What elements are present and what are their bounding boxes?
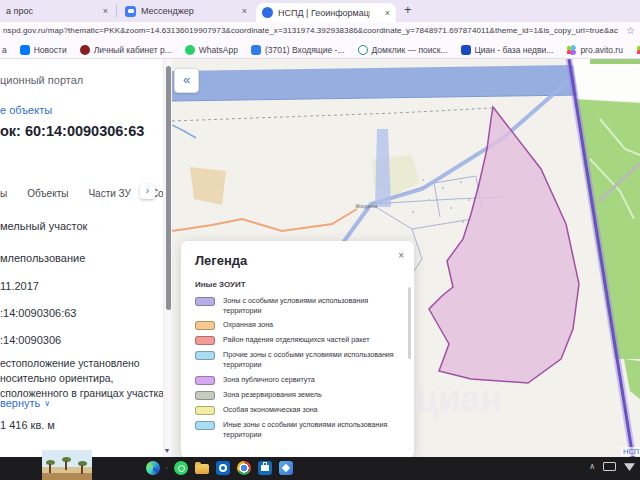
legend-item: Зона резервирования земель [195, 390, 402, 400]
scrollbar-thumb[interactable] [166, 66, 171, 310]
bookmark-cut[interactable]: а [2, 45, 7, 55]
legend-scrollbar[interactable] [408, 287, 411, 359]
bookmark-inbox[interactable]: (3701) Входящие -... [251, 45, 345, 55]
browser-tab-bar: а прос × Мессенджер × НСПД | Геоинформац… [0, 0, 640, 22]
file-explorer-icon[interactable] [195, 464, 209, 474]
edge-icon[interactable] [146, 461, 160, 475]
legend-item: Охранная зона [195, 320, 402, 330]
close-icon[interactable]: × [385, 8, 390, 18]
field-tan [190, 167, 226, 205]
legend-item: Зоны с особыми условиями использования т… [195, 296, 402, 315]
domclick-icon [358, 45, 368, 55]
legend-item: Прочие зоны с особыми условиями использо… [195, 350, 402, 369]
tab-1[interactable]: а прос × [0, 0, 114, 22]
whatsapp-icon [185, 45, 195, 55]
taskbar-wallpaper-widget[interactable] [42, 450, 92, 480]
photos-icon[interactable] [279, 461, 293, 475]
selected-zone-polygon[interactable] [429, 107, 579, 383]
tab-2[interactable]: Мессенджер × [119, 0, 253, 22]
field-parcel-type: мельный участок [0, 220, 87, 232]
location-note: естоположение установлено носительно ори… [0, 356, 167, 401]
cian-icon [461, 45, 471, 55]
bookmark-cian[interactable]: Циан - база недви... [461, 45, 554, 55]
mail-icon [251, 45, 261, 55]
bookmark-avito[interactable]: Авито: недвижимо... [636, 45, 640, 55]
map-white-area [572, 59, 640, 101]
legend-swatch [195, 321, 215, 330]
bookmark-domclick[interactable]: Домклик — поиск... [358, 45, 448, 55]
legend-item: Иные зоны с особыми условиями использова… [195, 420, 402, 439]
forest-patch [624, 359, 640, 399]
legend-swatch [195, 351, 215, 360]
tab-title: НСПД | Геоинформационный [278, 8, 370, 18]
legend-item: Зона публичного сервитута [195, 375, 402, 385]
sidebar-scrollbar[interactable]: ▾ [163, 59, 172, 458]
legend-panel: Легенда × Иные ЗОУИТ Зоны с особыми усло… [181, 241, 414, 458]
bookmark-star-icon[interactable]: ☆ [626, 25, 635, 36]
legend-section-title: Иные ЗОУИТ [195, 280, 402, 289]
whatsapp-icon[interactable] [174, 461, 188, 475]
orange-road [172, 209, 357, 231]
tab-parcel-parts[interactable]: Части ЗУ [88, 188, 130, 199]
wifi-icon[interactable] [624, 462, 635, 471]
store-icon[interactable] [258, 461, 272, 475]
chrome-icon[interactable] [237, 461, 251, 475]
scroll-down-arrow-icon[interactable]: ▾ [165, 446, 169, 455]
avito-icon [566, 45, 576, 55]
bookmark-whatsapp[interactable]: WhatsApp [185, 45, 238, 55]
field-cadastral-quarter: :14:0090306 [0, 334, 61, 346]
bookmark-vk-news[interactable]: Новости [20, 45, 67, 55]
bookmarks-bar: а Новости Личный кабинет р... WhatsApp (… [0, 41, 640, 59]
legend-item: Особая экономическая зона [195, 405, 402, 415]
url-input[interactable]: nspd.gov.ru/map?thematic=PKK&zoom=14.631… [3, 26, 618, 35]
tab-title: а прос [6, 6, 33, 16]
tab-cut[interactable]: ы [0, 188, 7, 199]
cabinet-icon [80, 45, 90, 55]
vk-icon [20, 45, 30, 55]
collapse-panel-button[interactable]: « [174, 68, 199, 93]
tab-objects[interactable]: Объекты [27, 188, 68, 199]
tab-separator [116, 5, 117, 17]
map-attribution: НСП [621, 447, 640, 456]
bookmark-personal-cabinet[interactable]: Личный кабинет р... [80, 45, 172, 55]
legend-swatch [195, 391, 215, 400]
map-green-sliver [590, 59, 640, 64]
close-icon[interactable]: × [103, 6, 108, 16]
legend-title: Легенда [195, 253, 402, 268]
screen: а прос × Мессенджер × НСПД | Геоинформац… [0, 0, 640, 480]
system-tray: ∧ [589, 462, 635, 471]
village-label: Жидени [355, 203, 377, 209]
bookmark-pro-avito[interactable]: pro.avito.ru [566, 45, 623, 55]
field-date: 11.2017 [0, 280, 39, 292]
tabs-scroll-right-button[interactable]: › [140, 184, 155, 199]
new-tab-button[interactable]: + [404, 2, 412, 17]
village-strip [375, 129, 391, 207]
chevron-up-icon[interactable]: ∧ [589, 462, 595, 471]
nspd-favicon-icon [262, 7, 273, 18]
portal-title: ционный портал [0, 74, 83, 86]
close-icon[interactable]: × [242, 6, 247, 16]
legend-swatch [195, 336, 215, 345]
close-icon[interactable]: × [398, 250, 404, 261]
windows-taskbar [0, 457, 640, 480]
all-objects-link[interactable]: е объекты [0, 104, 52, 116]
legend-item: Район падения отделяющихся частей ракет [195, 335, 402, 345]
field-cadastral-number: :14:0090306:63 [0, 307, 76, 319]
area-value: 1 416 кв. м [0, 419, 55, 431]
chrome-active-highlight[interactable] [166, 467, 168, 469]
tab-title: Мессенджер [141, 6, 194, 16]
legend-swatch [195, 406, 215, 415]
chevron-down-icon: ∨ [44, 399, 50, 408]
tab-active-nspd[interactable]: НСПД | Геоинформационный × [256, 3, 396, 22]
device-icon[interactable] [603, 462, 616, 471]
legend-items: Зоны с особыми условиями использования т… [195, 296, 402, 439]
dashed-track [172, 108, 492, 121]
parcel-heading: ок: 60:14:0090306:63 [0, 123, 144, 139]
expand-link[interactable]: вернуть ∨ [0, 397, 50, 409]
legend-swatch [195, 297, 215, 306]
svg-text:циан: циан [416, 378, 502, 419]
legend-swatch [195, 421, 215, 430]
taskbar-icons [146, 461, 293, 475]
outlook-icon[interactable] [216, 461, 230, 475]
creek [172, 125, 196, 138]
